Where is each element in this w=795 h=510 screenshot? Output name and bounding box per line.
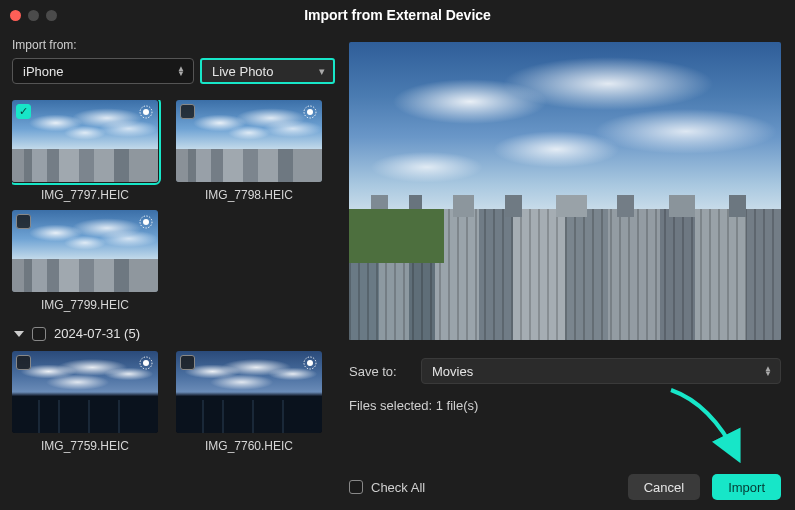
thumbnail-image[interactable] [176, 100, 322, 182]
thumbnail-item[interactable]: ✓ IMG_7797.HEIC [12, 100, 158, 202]
svg-point-2 [307, 109, 313, 115]
thumbnail-filename: IMG_7797.HEIC [41, 188, 129, 202]
svg-point-6 [143, 360, 149, 366]
check-all-label: Check All [371, 480, 425, 495]
save-to-dropdown[interactable]: Movies ▲▼ [421, 358, 781, 384]
thumbnail-checkbox[interactable] [180, 355, 195, 370]
thumbnail-checkbox[interactable] [180, 104, 195, 119]
checkbox-icon [349, 480, 363, 494]
thumbnail-list[interactable]: ✓ IMG_7797.HEIC IMG_7 [12, 100, 335, 500]
minimize-icon [28, 10, 39, 21]
files-selected-text: Files selected: 1 file(s) [349, 398, 781, 413]
window-controls [10, 10, 57, 21]
thumbnail-item[interactable]: IMG_7798.HEIC [176, 100, 322, 202]
thumbnail-item[interactable]: IMG_7760.HEIC [176, 351, 322, 453]
close-icon[interactable] [10, 10, 21, 21]
thumbnail-image[interactable] [12, 351, 158, 433]
cancel-button[interactable]: Cancel [628, 474, 700, 500]
disclosure-triangle-icon[interactable] [14, 331, 24, 337]
media-type-dropdown[interactable]: Live Photo ▾ [200, 58, 335, 84]
svg-point-0 [143, 109, 149, 115]
import-button[interactable]: Import [712, 474, 781, 500]
right-panel: Save to: Movies ▲▼ Files selected: 1 fil… [345, 30, 795, 510]
save-to-value: Movies [432, 364, 473, 379]
thumbnail-image[interactable]: ✓ [12, 100, 158, 182]
live-photo-icon [138, 214, 154, 230]
chevron-down-icon: ▾ [319, 65, 325, 78]
live-photo-icon [138, 355, 154, 371]
thumbnail-filename: IMG_7798.HEIC [205, 188, 293, 202]
chevron-updown-icon: ▲▼ [764, 366, 772, 376]
thumbnail-filename: IMG_7799.HEIC [41, 298, 129, 312]
svg-point-4 [143, 219, 149, 225]
date-group-header[interactable]: 2024-07-31 (5) [14, 326, 335, 341]
titlebar: Import from External Device [0, 0, 795, 30]
window-title: Import from External Device [0, 7, 795, 23]
zoom-icon [46, 10, 57, 21]
import-from-label: Import from: [12, 38, 335, 52]
group-checkbox[interactable] [32, 327, 46, 341]
thumbnail-filename: IMG_7759.HEIC [41, 439, 129, 453]
thumbnail-image[interactable] [176, 351, 322, 433]
device-dropdown-value: iPhone [23, 64, 63, 79]
check-all-checkbox[interactable]: Check All [349, 480, 425, 495]
live-photo-icon [138, 104, 154, 120]
live-photo-icon [302, 104, 318, 120]
media-type-value: Live Photo [212, 64, 273, 79]
thumbnail-checkbox[interactable] [16, 214, 31, 229]
thumbnail-filename: IMG_7760.HEIC [205, 439, 293, 453]
preview-image [349, 42, 781, 340]
chevron-updown-icon: ▲▼ [177, 66, 185, 76]
thumbnail-checkbox[interactable] [16, 355, 31, 370]
thumbnail-image[interactable] [12, 210, 158, 292]
live-photo-icon [302, 355, 318, 371]
left-panel: Import from: iPhone ▲▼ Live Photo ▾ ✓ [0, 30, 345, 510]
thumbnail-item[interactable]: IMG_7799.HEIC [12, 210, 158, 312]
thumbnail-checkbox[interactable]: ✓ [16, 104, 31, 119]
thumbnail-item[interactable]: IMG_7759.HEIC [12, 351, 158, 453]
device-dropdown[interactable]: iPhone ▲▼ [12, 58, 194, 84]
group-label: 2024-07-31 (5) [54, 326, 140, 341]
save-to-label: Save to: [349, 364, 411, 379]
svg-point-8 [307, 360, 313, 366]
